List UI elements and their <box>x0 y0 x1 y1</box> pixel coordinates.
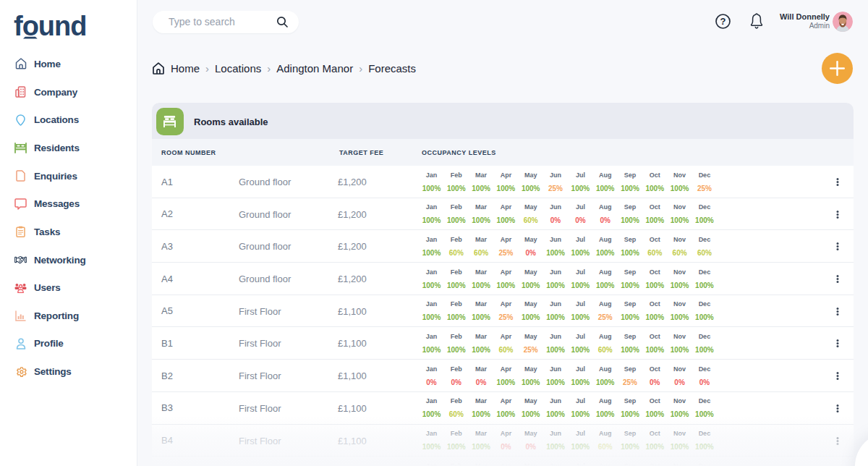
svg-text:found: found <box>14 11 87 41</box>
svg-text:?: ? <box>720 16 726 27</box>
